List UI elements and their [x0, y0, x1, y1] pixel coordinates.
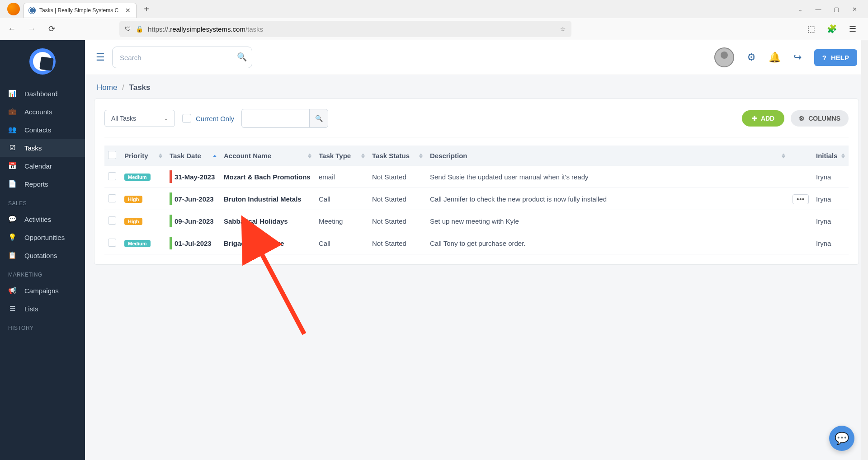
task-status: Not Started — [368, 210, 426, 232]
nav-label: Campaigns — [24, 287, 59, 295]
tab-bar: Tasks | Really Simple Systems C ✕ + ⌄ — … — [0, 0, 868, 18]
main-content: ☰ 🔍 ⚙ 🔔 ↪ ? HELP Home / Tasks — [85, 40, 868, 460]
nav-label: Dashboard — [24, 90, 57, 98]
nav-reload-button[interactable]: ⟳ — [45, 23, 58, 35]
menu-icon[interactable]: ☰ — [846, 23, 859, 35]
current-only-checkbox[interactable] — [182, 114, 191, 123]
account-name: Sabbatical Holidays — [220, 210, 315, 232]
nav-label: Activities — [24, 216, 51, 223]
breadcrumb-home[interactable]: Home — [97, 83, 117, 92]
nav-label: Lists — [24, 305, 38, 313]
table-search-button[interactable]: 🔍 — [309, 109, 328, 128]
sidebar-item-opportunities[interactable]: 💡Opportunities — [0, 228, 85, 246]
account-name: Bruton Industrial Metals — [220, 188, 315, 210]
sidebar-item-quotations[interactable]: 📋Quotations — [0, 246, 85, 264]
breadcrumb: Home / Tasks — [85, 75, 868, 99]
shield-icon: 🛡 — [125, 25, 131, 33]
priority-badge: High — [124, 218, 142, 225]
extensions-icon[interactable]: 🧩 — [826, 23, 838, 35]
select-all-checkbox[interactable] — [108, 151, 116, 159]
browser-tab[interactable]: Tasks | Really Simple Systems C ✕ — [24, 3, 137, 18]
avatar[interactable] — [714, 47, 734, 67]
search-icon[interactable]: 🔍 — [237, 52, 247, 62]
topbar: ☰ 🔍 ⚙ 🔔 ↪ ? HELP — [85, 40, 868, 75]
url-bar[interactable]: 🛡 🔒 https://.reallysimplesystems.com/tas… — [119, 21, 571, 37]
task-type: Meeting — [315, 210, 368, 232]
sidebar-item-contacts[interactable]: 👥Contacts — [0, 121, 85, 139]
nav-label: Calendar — [24, 162, 52, 170]
columns-button[interactable]: ⚙ COLUMNS — [791, 110, 849, 127]
nav-icon: 📋 — [8, 251, 16, 259]
tab-title: Tasks | Really Simple Systems C — [39, 7, 121, 14]
window-close-icon[interactable]: ✕ — [850, 5, 859, 14]
sidebar-item-tasks[interactable]: ☑Tasks — [0, 139, 85, 157]
logo[interactable] — [0, 40, 85, 84]
task-description: Call Tony to get purchase order. — [426, 232, 789, 254]
firefox-icon — [7, 3, 20, 15]
window-maximize-icon[interactable]: ▢ — [832, 5, 841, 14]
nav-forward-button: → — [25, 23, 38, 35]
table-row[interactable]: Medium01-Jul-2023Brigadier SoftwareCallN… — [104, 232, 849, 254]
sidebar-item-calendar[interactable]: 📅Calendar — [0, 157, 85, 175]
table-row[interactable]: Medium31-May-2023Mozart & Bach Promotion… — [104, 166, 849, 188]
table-row[interactable]: High07-Jun-2023Bruton Industrial MetalsC… — [104, 188, 849, 210]
table-row[interactable]: High09-Jun-2023Sabbatical HolidaysMeetin… — [104, 210, 849, 232]
sidebar-item-campaigns[interactable]: 📢Campaigns — [0, 282, 85, 300]
nav-icon: ☰ — [8, 305, 16, 313]
nav-icon: 💡 — [8, 233, 16, 241]
hamburger-icon[interactable]: ☰ — [96, 52, 105, 63]
row-more-button[interactable]: ••• — [793, 194, 809, 204]
pocket-icon[interactable]: ⬚ — [805, 23, 817, 35]
sidebar-item-dashboard[interactable]: 📊Dashboard — [0, 84, 85, 103]
header-task-date[interactable]: Task Date — [166, 146, 220, 166]
header-account-name[interactable]: Account Name — [220, 146, 315, 166]
sidebar-section-marketing: MARKETING — [0, 264, 85, 282]
sidebar-item-activities[interactable]: 💬Activities — [0, 210, 85, 228]
task-date: 09-Jun-2023 — [175, 217, 214, 225]
nav-icon: 📢 — [8, 286, 16, 295]
browser-chrome: Tasks | Really Simple Systems C ✕ + ⌄ — … — [0, 0, 868, 40]
nav-back-button[interactable]: ← — [5, 23, 18, 35]
help-button[interactable]: ? HELP — [814, 49, 857, 66]
url-text: https://.reallysimplesystems.com/tasks — [148, 25, 556, 33]
status-color-bar — [170, 192, 172, 205]
priority-badge: High — [124, 196, 142, 203]
status-color-bar — [170, 237, 172, 249]
header-description[interactable]: Description — [426, 146, 789, 166]
filter-dropdown[interactable]: All Tasks ⌄ — [104, 110, 175, 127]
add-button[interactable]: ✚ ADD — [742, 110, 784, 127]
header-priority[interactable]: Priority — [121, 146, 166, 166]
header-task-status[interactable]: Task Status — [368, 146, 426, 166]
task-status: Not Started — [368, 166, 426, 188]
nav-icon: 📄 — [8, 180, 16, 188]
chevron-down-icon: ⌄ — [164, 115, 168, 122]
nav-label: Accounts — [24, 108, 52, 116]
bookmark-star-icon[interactable]: ☆ — [560, 25, 566, 33]
task-description: Call Jennifer to check the new product i… — [426, 188, 789, 210]
sidebar-item-accounts[interactable]: 💼Accounts — [0, 103, 85, 121]
tab-close-icon[interactable]: ✕ — [124, 7, 132, 14]
row-checkbox[interactable] — [108, 239, 116, 247]
sidebar-item-reports[interactable]: 📄Reports — [0, 175, 85, 193]
sidebar-item-lists[interactable]: ☰Lists — [0, 300, 85, 318]
nav-icon: 💬 — [8, 215, 16, 223]
new-tab-button[interactable]: + — [140, 3, 153, 15]
row-checkbox[interactable] — [108, 172, 116, 180]
window-minimize-icon[interactable]: — — [814, 5, 823, 14]
logout-icon[interactable]: ↪ — [793, 52, 802, 63]
nav-icon: 📊 — [8, 89, 16, 98]
scrollbar[interactable] — [861, 40, 868, 460]
nav-icon: 📅 — [8, 162, 16, 170]
chevron-down-icon[interactable]: ⌄ — [796, 5, 805, 14]
chat-fab[interactable]: 💬 — [829, 426, 854, 451]
header-initials[interactable]: Initials — [812, 146, 849, 166]
breadcrumb-current: Tasks — [129, 83, 151, 92]
bell-icon[interactable]: 🔔 — [769, 52, 781, 63]
table-search-input[interactable] — [241, 109, 309, 128]
row-checkbox[interactable] — [108, 194, 116, 202]
search-input[interactable] — [112, 47, 252, 68]
settings-icon[interactable]: ⚙ — [747, 52, 756, 63]
task-initials: Iryna — [812, 166, 849, 188]
header-task-type[interactable]: Task Type — [315, 146, 368, 166]
row-checkbox[interactable] — [108, 216, 116, 225]
